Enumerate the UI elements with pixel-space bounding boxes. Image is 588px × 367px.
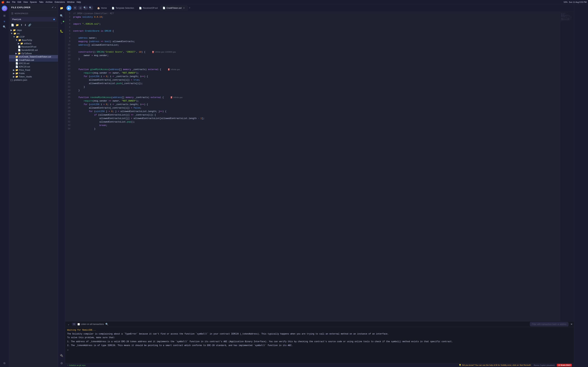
tree-item-erc20[interactable]: 📄 ERC20.sol xyxy=(9,62,58,65)
filter-clear-icon[interactable]: ✕ xyxy=(571,323,573,325)
tree-item-deps[interactable]: ▶ 📁 .deps xyxy=(9,28,58,32)
console-search-icon[interactable]: 🔍 xyxy=(105,323,108,325)
lp-search-icon[interactable]: 🔍 xyxy=(59,13,64,18)
line-num-5: 5 xyxy=(65,26,72,29)
scam-alert-badge[interactable]: ⚠ Scam Alert xyxy=(557,364,572,367)
tree-item-src[interactable]: ▼ 📁 src xyxy=(9,32,58,35)
sol-icon: 📄 xyxy=(139,7,142,9)
line-content-26: require(msg.sender == owner, "NOT_OWNER"… xyxy=(72,99,560,103)
tree-item-ccip[interactable]: ▼ 📁 CCIP xyxy=(9,35,58,38)
lp-git-icon[interactable]: ⑂ ✓ xyxy=(59,21,64,26)
deploy-button[interactable]: ◎ xyxy=(78,6,83,10)
listen-checkbox[interactable]: Listen on all transactions xyxy=(78,323,104,325)
tree-item-artifacts[interactable]: ▶ 📁 artifacts xyxy=(9,42,58,45)
tree-item-ierc20[interactable]: 📄 IERC20.sol xyxy=(9,65,58,68)
listen-check-input[interactable] xyxy=(78,323,80,325)
line-num-8: 8 xyxy=(65,36,72,40)
menu-view[interactable]: View xyxy=(23,1,28,3)
line-content-12: constructor() ERC20('Credit Score', 'CRE… xyxy=(72,50,560,54)
tree-item-optpbase[interactable]: ▶ 📁 OpTpBase xyxy=(9,52,58,55)
menu-window[interactable]: Window xyxy=(67,1,75,3)
line-num-17: 17 xyxy=(65,68,72,71)
workspace-name-label: PeerLink xyxy=(12,18,21,21)
lp-plugin-icon[interactable]: 🔌 xyxy=(59,353,64,358)
tab-home[interactable]: 🏠 Home xyxy=(95,6,109,10)
fe-check-icon[interactable]: ✓ xyxy=(52,6,54,9)
code-line-34: 34 } xyxy=(65,127,560,131)
line-content-15 xyxy=(72,61,560,64)
zoom-in-icon[interactable]: 🔍+ xyxy=(83,6,88,10)
app-name: Arc xyxy=(7,1,10,3)
git-status[interactable]: ⑂ Initialize as git repo xyxy=(67,364,86,366)
new-file-icon[interactable]: 📄 xyxy=(10,23,15,27)
new-tab-button[interactable]: + xyxy=(189,6,190,10)
menu-file[interactable]: File xyxy=(12,1,15,3)
arc-tabs-icon[interactable]: ≡ xyxy=(2,19,7,24)
line-content-30: if (allowedContractsList[j] == _contract… xyxy=(72,113,560,117)
svg-point-0 xyxy=(3,7,6,10)
download-icon[interactable]: ⬇ xyxy=(24,23,27,27)
line-content-6: contract CreditScore is ERC20 { xyxy=(72,29,560,33)
console-line-solve: To solve this problem, make sure that: xyxy=(67,336,572,339)
arc-sidebar: ⊞ ≡ 🔍 ⧉ xyxy=(0,4,9,367)
arc-search-icon[interactable]: 🔍 xyxy=(2,25,7,29)
filter-input[interactable] xyxy=(530,322,568,326)
menu-archive[interactable]: Archive xyxy=(45,1,52,3)
tree-item-creditpath[interactable]: 📁 src/Credit_Token/CreditToken.sol xyxy=(9,55,58,58)
line-num-21: 21 xyxy=(65,82,72,85)
line-content-27: for (uint256 i = 0; i < _contracts.lengt… xyxy=(72,103,560,106)
menu-spaces[interactable]: Spaces xyxy=(30,1,37,3)
menu-help[interactable]: Help xyxy=(77,1,81,3)
line-content-11 xyxy=(72,47,560,50)
link-icon[interactable]: 🔗 xyxy=(28,23,32,27)
line-content-24 xyxy=(72,92,560,96)
compile-button[interactable]: ⚙ xyxy=(73,6,77,10)
tree-item-tokenvaults[interactable]: ▶ 📁 Token_Vaults xyxy=(9,75,58,78)
new-folder-icon[interactable]: 📁 xyxy=(15,23,19,27)
apple-icon[interactable]: 🍎 xyxy=(1,1,4,3)
tab-credittoken[interactable]: 📄 CreditToken.sol ✕ xyxy=(160,5,188,11)
line-content-3 xyxy=(72,19,560,22)
tab-receiverop-label: ReceiverOP.sol xyxy=(143,7,158,9)
status-right: 💡 Did you know? You can use the help of … xyxy=(459,364,572,367)
arc-logo[interactable] xyxy=(2,6,7,11)
tree-item-credittoken[interactable]: 📄 CreditToken.sol ✏ 🗑 xyxy=(9,58,58,62)
tree-item-senderbase[interactable]: 📄 SenderBASE.sol xyxy=(9,48,58,52)
tree-item-pricefeed[interactable]: ▶ 📁 Price_Feed xyxy=(9,68,58,72)
line-content-16 xyxy=(72,64,560,68)
collapse-button[interactable]: ⌄ xyxy=(67,322,71,326)
tab-close-icon[interactable]: ✕ xyxy=(182,7,185,9)
tree-item-basetoob-label: BaseToOp xyxy=(22,39,58,42)
arc-extensions-icon[interactable]: ⧉ xyxy=(2,361,7,366)
sol-icon-active: 📄 xyxy=(163,7,165,9)
run-button[interactable]: ▶ xyxy=(67,6,71,10)
folder-icon: 📁 xyxy=(15,72,18,75)
line-content-31: allowedContractsList[j] = allowedContrac… xyxy=(72,117,560,120)
tree-item-prettierrc[interactable]: { } .prettierrc.json xyxy=(9,78,58,82)
tab-receiverop[interactable]: 📄 ReceiverOP.sol xyxy=(137,6,160,10)
console-line-error1: The Solidity compiler is complaining abo… xyxy=(67,332,572,336)
zoom-out-icon[interactable]: 🔍- xyxy=(88,6,93,10)
tree-item-pricefeed-label: Price_Feed xyxy=(19,69,58,71)
arc-spaces-icon[interactable]: ⊞ xyxy=(2,13,7,18)
workspace-selector[interactable]: PeerLink xyxy=(10,17,57,22)
file-icon: 📄 xyxy=(112,7,114,9)
tree-item-basetoob[interactable]: ▼ 📁 BaseToOp xyxy=(9,38,58,42)
tab-template-selection[interactable]: 📄 Template Selection xyxy=(109,6,136,10)
menu-edit[interactable]: Edit xyxy=(17,1,21,3)
line-num-16: 16 xyxy=(65,64,72,68)
tree-item-public[interactable]: ▶ 📁 Public xyxy=(9,72,58,75)
upload-icon[interactable]: ⬆ xyxy=(20,23,23,27)
menu-extensions[interactable]: Extensions xyxy=(55,1,65,3)
lp-settings-icon[interactable]: ⚙ xyxy=(59,361,64,366)
fe-expand-icon[interactable]: › xyxy=(55,6,56,9)
lp-files-icon[interactable]: 📁 xyxy=(59,6,64,10)
git-icon: ⑂ xyxy=(67,364,69,366)
tree-item-receiverop[interactable]: 📄 ReceiverOP.sol xyxy=(9,45,58,48)
menu-tabs[interactable]: Tabs xyxy=(39,1,43,3)
hamburger-icon[interactable]: ☰ xyxy=(11,12,13,15)
lp-debug-icon[interactable]: 🐛 xyxy=(59,29,64,33)
sol-file-icon: 📄 xyxy=(15,59,18,61)
code-editor[interactable]: 1 // SPDX-License-Identifier: MIT 2 prag… xyxy=(65,12,560,321)
code-line-23: 23 } xyxy=(65,89,560,92)
